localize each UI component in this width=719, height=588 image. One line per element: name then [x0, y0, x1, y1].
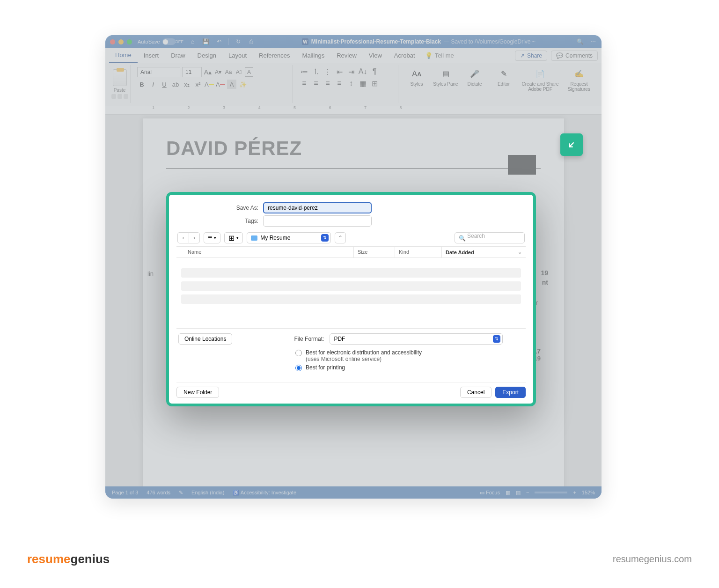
zoom-slider[interactable] — [535, 492, 567, 493]
export-button[interactable]: Export — [495, 387, 526, 398]
zoom-level[interactable]: 152% — [582, 490, 595, 495]
forward-button[interactable]: › — [189, 232, 200, 243]
home-icon[interactable]: ⌂ — [189, 38, 197, 45]
sort-icon[interactable]: A↓ — [358, 67, 368, 76]
decrease-indent-icon[interactable]: ⇤ — [334, 67, 345, 76]
numbering-icon[interactable]: ⒈ — [311, 67, 321, 76]
bold-button[interactable]: B — [137, 80, 147, 89]
tell-me[interactable]: 💡 Tell me — [425, 52, 454, 59]
view-print-icon[interactable]: ▦ — [506, 490, 510, 496]
strikethrough-button[interactable]: ab — [171, 80, 180, 89]
back-button[interactable]: ‹ — [177, 232, 189, 243]
tab-design[interactable]: Design — [191, 48, 222, 63]
tab-home[interactable]: Home — [109, 48, 138, 63]
accessibility-indicator[interactable]: ♿ Accessibility: Investigate — [233, 490, 296, 496]
justify-icon[interactable]: ≡ — [334, 79, 345, 88]
undo-icon[interactable]: ↶ — [215, 38, 223, 45]
online-locations-button[interactable]: Online Locations — [178, 333, 232, 345]
tab-insert[interactable]: Insert — [138, 48, 165, 63]
maximize-icon[interactable] — [127, 39, 132, 44]
create-pdf-button[interactable]: 📄Create and Share Adobe PDF — [519, 67, 561, 101]
tab-draw[interactable]: Draw — [165, 48, 191, 63]
shading-icon[interactable]: ▦ — [358, 79, 368, 88]
cancel-button[interactable]: Cancel — [460, 387, 492, 398]
new-folder-button[interactable]: New Folder — [176, 387, 219, 398]
paste-icon[interactable] — [113, 69, 127, 86]
autosave-toggle[interactable]: AutoSave OFF — [138, 38, 183, 45]
search-input[interactable]: 🔍 Search — [455, 232, 525, 243]
view-web-icon[interactable]: ▤ — [516, 490, 521, 496]
editor-button[interactable]: ✎Editor — [490, 67, 517, 101]
increase-indent-icon[interactable]: ⇥ — [346, 67, 356, 76]
save-icon[interactable]: 💾 — [202, 38, 210, 45]
focus-mode[interactable]: ▭ Focus — [480, 490, 500, 496]
cut-icon[interactable] — [111, 94, 116, 99]
zoom-in-icon[interactable]: + — [573, 490, 576, 495]
spell-check-icon[interactable]: ✎ — [179, 490, 183, 496]
minimize-icon[interactable] — [118, 39, 124, 44]
save-as-input[interactable] — [263, 202, 372, 213]
collapse-badge[interactable] — [560, 133, 583, 156]
file-list[interactable] — [176, 258, 526, 328]
location-select[interactable]: My Resume ⇅ — [247, 232, 331, 243]
collapse-button[interactable]: ⌃ — [335, 232, 346, 243]
underline-button[interactable]: U — [160, 80, 169, 89]
col-name[interactable]: Name — [176, 247, 353, 257]
radio-printing[interactable]: Best for printing — [295, 364, 526, 371]
styles-button[interactable]: AᴀStyles — [403, 67, 430, 101]
search-icon[interactable]: 🔍 — [576, 38, 584, 45]
line-spacing-icon[interactable]: ↕ — [346, 79, 356, 88]
font-color-button[interactable]: A — [216, 80, 225, 89]
align-left-icon[interactable]: ≡ — [299, 79, 309, 88]
multilevel-icon[interactable]: ⋮ — [323, 67, 333, 76]
close-icon[interactable] — [110, 39, 115, 44]
tab-review[interactable]: Review — [330, 48, 363, 63]
subscript-button[interactable]: x₂ — [182, 80, 191, 89]
switch-icon[interactable] — [162, 38, 176, 45]
share-button[interactable]: ↗ Share — [515, 51, 547, 61]
char-border-icon[interactable]: A — [245, 67, 253, 77]
tab-view[interactable]: View — [363, 48, 388, 63]
align-right-icon[interactable]: ≡ — [323, 79, 333, 88]
italic-button[interactable]: I — [148, 80, 158, 89]
highlight-button[interactable]: A — [205, 80, 214, 89]
file-format-select[interactable]: PDF ⇅ — [330, 333, 503, 345]
list-view-button[interactable]: ≡▾ — [204, 232, 220, 243]
show-marks-icon[interactable]: ¶ — [369, 67, 380, 76]
zoom-out-icon[interactable]: − — [526, 490, 529, 495]
col-kind[interactable]: Kind — [395, 247, 441, 257]
dictate-button[interactable]: 🎤Dictate — [461, 67, 488, 101]
request-signatures-button[interactable]: ✍Request Signatures — [563, 67, 595, 101]
word-count[interactable]: 476 words — [147, 490, 170, 495]
share-icon[interactable]: ⋯ — [589, 38, 597, 45]
page-indicator[interactable]: Page 1 of 3 — [112, 490, 138, 495]
radio-electronic[interactable]: Best for electronic distribution and acc… — [295, 349, 526, 362]
tags-input[interactable] — [263, 215, 372, 227]
text-shading-icon[interactable]: A — [227, 80, 236, 89]
font-name-select[interactable]: Arial — [137, 67, 180, 77]
change-case-icon[interactable]: Aa — [224, 67, 233, 77]
format-painter-icon[interactable] — [124, 94, 128, 99]
tab-layout[interactable]: Layout — [222, 48, 253, 63]
tab-references[interactable]: References — [253, 48, 296, 63]
font-size-select[interactable]: 11 — [182, 67, 202, 77]
superscript-button[interactable]: x² — [193, 80, 203, 89]
col-date[interactable]: Date Added⌄ — [441, 247, 526, 257]
clear-format-icon[interactable]: A⃠ — [235, 67, 243, 77]
align-center-icon[interactable]: ≡ — [311, 79, 321, 88]
col-size[interactable]: Size — [353, 247, 395, 257]
decrease-font-icon[interactable]: A▾ — [214, 67, 222, 77]
copy-icon[interactable] — [117, 94, 122, 99]
bullets-icon[interactable]: ≔ — [299, 67, 309, 76]
styles-pane-button[interactable]: ▤Styles Pane — [432, 67, 459, 101]
language-indicator[interactable]: English (India) — [191, 490, 224, 495]
comments-button[interactable]: 💬 Comments — [551, 51, 598, 61]
increase-font-icon[interactable]: A▴ — [204, 67, 212, 77]
text-effects-icon[interactable]: ✨ — [238, 80, 248, 89]
tab-mailings[interactable]: Mailings — [296, 48, 331, 63]
grid-view-button[interactable]: ⊞▾ — [224, 232, 243, 243]
redo-icon[interactable]: ↻ — [235, 38, 242, 45]
tab-acrobat[interactable]: Acrobat — [388, 48, 421, 63]
borders-icon[interactable]: ⊞ — [369, 79, 380, 88]
print-icon[interactable]: ⎙ — [248, 38, 255, 45]
